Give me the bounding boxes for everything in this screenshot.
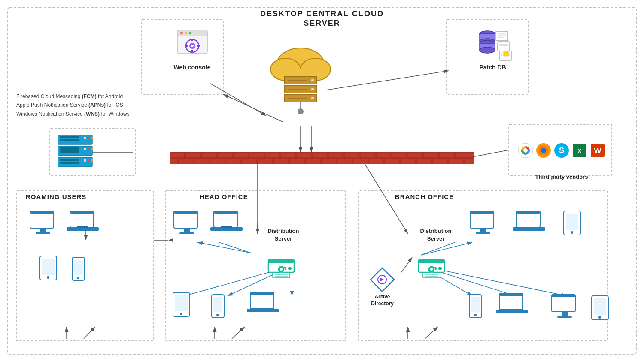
ho-phone1 — [210, 294, 225, 320]
svg-rect-67 — [191, 39, 193, 41]
svg-rect-186 — [273, 273, 290, 278]
svg-rect-130 — [226, 159, 241, 164]
svg-point-63 — [185, 32, 187, 34]
svg-line-26 — [197, 242, 251, 253]
svg-line-23 — [232, 327, 245, 339]
svg-point-93 — [87, 137, 90, 139]
roaming-phone1 — [71, 256, 86, 283]
svg-rect-124 — [440, 152, 455, 158]
svg-rect-107 — [170, 152, 185, 158]
branch-phone1 — [468, 294, 483, 320]
svg-rect-91 — [60, 139, 79, 141]
title-line2: SERVER — [0, 19, 644, 28]
svg-rect-102 — [60, 159, 79, 161]
svg-point-171 — [77, 277, 79, 279]
patch-db-label: Patch DB — [479, 64, 506, 71]
roaming-tablet1 — [39, 255, 58, 283]
svg-rect-70 — [197, 45, 200, 47]
svg-rect-132 — [258, 159, 273, 164]
branch-laptop2 — [496, 292, 528, 320]
svg-rect-174 — [184, 228, 190, 232]
svg-rect-141 — [401, 159, 416, 164]
svg-rect-138 — [353, 159, 368, 164]
ho-desktop1 — [172, 210, 202, 240]
firewall — [170, 152, 474, 164]
svg-point-219 — [571, 231, 573, 234]
svg-rect-131 — [242, 159, 257, 164]
svg-point-98 — [84, 148, 86, 150]
web-console-label: Web console — [173, 64, 210, 71]
svg-point-151 — [541, 148, 546, 153]
svg-rect-199 — [419, 259, 444, 263]
svg-point-203 — [430, 268, 433, 271]
svg-rect-110 — [217, 152, 232, 158]
svg-point-105 — [87, 159, 90, 162]
svg-rect-119 — [360, 152, 375, 158]
svg-rect-112 — [249, 152, 264, 158]
svg-rect-123 — [424, 152, 439, 158]
svg-rect-212 — [480, 228, 486, 232]
svg-rect-231 — [594, 298, 606, 315]
svg-rect-140 — [385, 159, 400, 164]
ho-tablet1 — [172, 292, 191, 319]
notification-text: Firebased Cloud Messaging (FCM) for Andr… — [16, 92, 129, 118]
svg-point-64 — [189, 32, 191, 34]
svg-line-27 — [219, 242, 251, 253]
svg-text:X: X — [577, 147, 582, 154]
svg-line-36 — [401, 257, 412, 272]
title-line1: DESKTOP CENTRAL CLOUD — [0, 9, 644, 18]
svg-rect-78 — [496, 31, 508, 41]
svg-point-232 — [598, 316, 601, 319]
branch-laptop1 — [513, 210, 545, 238]
svg-rect-216 — [513, 227, 545, 231]
svg-point-168 — [47, 276, 49, 279]
branch-office-label: BRANCH OFFICE — [395, 193, 454, 200]
svg-rect-113 — [265, 152, 280, 158]
svg-rect-142 — [416, 159, 431, 164]
roaming-users-label: ROAMING USERS — [26, 193, 86, 200]
svg-rect-197 — [247, 309, 279, 312]
ho-dist-server-icon — [266, 249, 296, 280]
svg-point-185 — [280, 268, 283, 271]
svg-rect-137 — [337, 159, 352, 164]
svg-point-194 — [216, 314, 219, 316]
third-party-vendors-icons: S X W — [514, 128, 609, 173]
svg-rect-136 — [321, 159, 336, 164]
branch-desktop2 — [550, 294, 580, 323]
svg-rect-68 — [191, 50, 193, 52]
svg-rect-159 — [30, 211, 54, 214]
svg-rect-97 — [60, 150, 79, 153]
notif-line3: Windows Notification Service (WNS) for W… — [16, 110, 129, 118]
svg-rect-125 — [456, 152, 474, 158]
svg-rect-179 — [221, 226, 232, 228]
svg-rect-218 — [566, 214, 578, 230]
ho-dist-server: DistributionServer — [258, 227, 309, 243]
svg-rect-167 — [42, 259, 55, 275]
svg-point-51 — [311, 88, 314, 90]
svg-rect-143 — [432, 159, 447, 164]
diagram: DESKTOP CENTRAL CLOUD SERVER — [0, 0, 644, 361]
third-party-vendors-label: Third-party vendors — [514, 174, 609, 180]
svg-rect-109 — [201, 152, 216, 158]
branch-tablet1 — [562, 210, 582, 238]
svg-rect-118 — [344, 152, 359, 158]
svg-rect-103 — [60, 162, 79, 164]
svg-rect-170 — [74, 260, 83, 275]
svg-rect-111 — [233, 152, 248, 158]
svg-rect-213 — [476, 232, 490, 234]
svg-rect-161 — [36, 232, 50, 234]
svg-point-47 — [311, 79, 314, 81]
branch-desktop1 — [468, 210, 498, 240]
svg-point-92 — [84, 137, 86, 139]
svg-rect-82 — [498, 42, 510, 51]
svg-point-182 — [288, 266, 292, 271]
active-directory-icon: ActiveDirectory — [368, 266, 396, 307]
svg-rect-96 — [60, 147, 79, 150]
svg-rect-135 — [305, 159, 320, 164]
svg-rect-145 — [464, 159, 474, 164]
notif-line1: Firebased Cloud Messaging (FCM) for Andr… — [16, 92, 129, 101]
ho-laptop2 — [247, 292, 279, 319]
svg-rect-121 — [392, 152, 407, 158]
svg-rect-144 — [448, 159, 463, 164]
patch-db-icon: Patch DB — [453, 28, 532, 71]
